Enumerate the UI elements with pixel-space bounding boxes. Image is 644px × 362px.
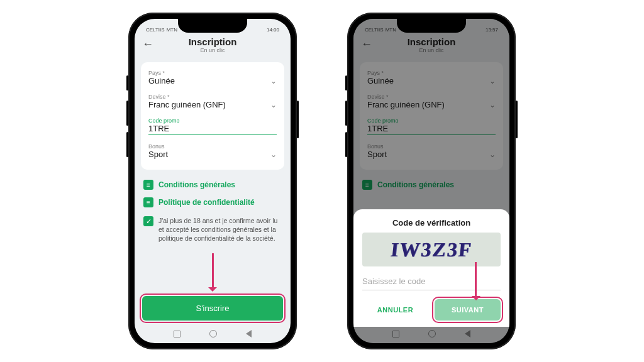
carrier-2: MTN — [167, 28, 177, 33]
promo-input[interactable]: 1TRE — [148, 124, 277, 135]
bonus-value: Sport — [148, 150, 168, 159]
currency-label: Devise * — [148, 94, 277, 100]
currency-value: Franc guinéen (GNF) — [148, 100, 226, 109]
bonus-label: Bonus — [148, 143, 277, 150]
captcha-text: IW3Z3F — [389, 238, 473, 261]
country-label: Pays * — [148, 70, 277, 76]
annotation-arrow-icon — [475, 262, 477, 299]
android-nav-bar — [135, 327, 291, 343]
captcha-image: IW3Z3F — [362, 233, 501, 266]
nav-home-icon[interactable] — [209, 330, 217, 337]
promo-label: Code promo — [148, 118, 277, 124]
next-button[interactable]: SUIVANT — [435, 299, 501, 321]
consent-text: J'ai plus de 18 ans et je confirme avoir… — [158, 216, 282, 243]
chevron-down-icon: ⌄ — [270, 101, 277, 109]
back-arrow-icon[interactable]: ← — [142, 38, 153, 51]
sheet-title: Code de vérification — [362, 218, 501, 228]
code-input[interactable]: Saisissez le code — [362, 274, 501, 290]
document-icon: ≡ — [143, 197, 153, 207]
privacy-link[interactable]: ≡ Politique de confidentialité — [143, 194, 282, 211]
form-card: Pays * Guinée ⌄ Devise * Franc guinéen (… — [141, 62, 284, 170]
page-subtitle: En un clic — [135, 47, 291, 53]
notch — [178, 19, 247, 33]
consent-row[interactable]: ✓ J'ai plus de 18 ans et je confirme avo… — [143, 211, 282, 248]
document-icon: ≡ — [143, 180, 153, 190]
currency-field[interactable]: Devise * Franc guinéen (GNF) ⌄ — [148, 90, 277, 114]
page-title: Inscription — [135, 36, 291, 47]
checkbox-checked-icon[interactable]: ✓ — [143, 216, 153, 226]
chevron-down-icon: ⌄ — [270, 150, 277, 159]
register-button[interactable]: S'inscrire — [142, 296, 283, 321]
phone-left: CELTIIS MTN 14:00 ← Inscription En un cl… — [128, 13, 297, 349]
carrier-1: CELTIIS — [146, 28, 165, 33]
phone-right: CELTIIS MTN 13:57 ← Inscription En un cl… — [347, 13, 516, 349]
privacy-label: Politique de confidentialité — [158, 198, 255, 207]
bonus-field[interactable]: Bonus Sport ⌄ — [148, 140, 277, 163]
chevron-down-icon: ⌄ — [270, 77, 277, 85]
links-block: ≡ Conditions générales ≡ Politique de co… — [135, 173, 291, 251]
country-field[interactable]: Pays * Guinée ⌄ — [148, 66, 277, 90]
annotation-arrow-icon — [212, 253, 214, 290]
verification-sheet: Code de vérification IW3Z3F Saisissez le… — [353, 209, 509, 327]
notch — [397, 19, 466, 33]
status-time: 14:00 — [267, 27, 279, 33]
cancel-button[interactable]: ANNULER — [362, 299, 428, 321]
app-header: ← Inscription En un clic — [135, 33, 291, 58]
terms-label: Conditions générales — [158, 180, 235, 189]
country-value: Guinée — [148, 76, 175, 85]
nav-back-icon[interactable] — [246, 330, 252, 337]
nav-recent-icon[interactable] — [174, 331, 180, 337]
terms-link[interactable]: ≡ Conditions générales — [143, 176, 282, 194]
promo-field[interactable]: Code promo 1TRE — [148, 114, 277, 140]
